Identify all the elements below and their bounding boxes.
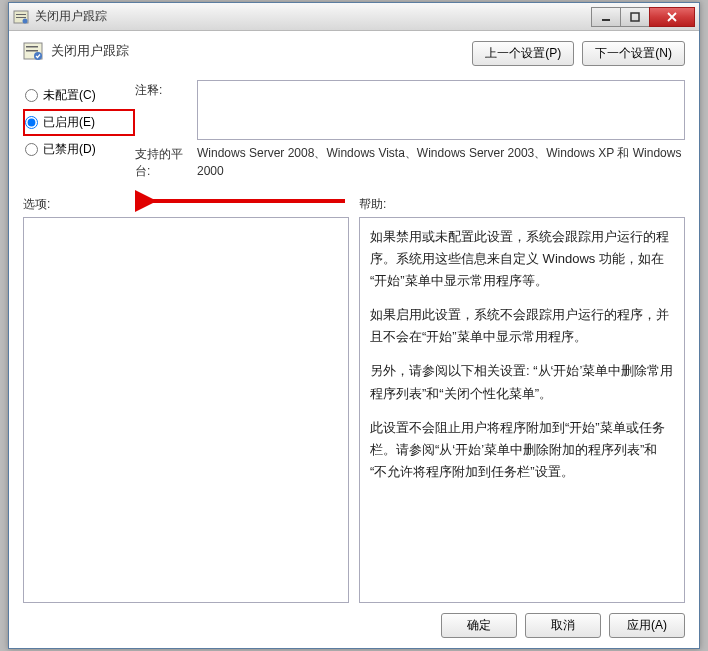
titlebar[interactable]: 关闭用户跟踪 bbox=[9, 3, 699, 31]
radio-not-configured-input[interactable] bbox=[25, 89, 38, 102]
svg-rect-7 bbox=[26, 46, 38, 48]
apply-button[interactable]: 应用(A) bbox=[609, 613, 685, 638]
next-setting-button[interactable]: 下一个设置(N) bbox=[582, 41, 685, 66]
help-label: 帮助: bbox=[359, 196, 685, 213]
options-label: 选项: bbox=[23, 196, 349, 213]
radio-disabled[interactable]: 已禁用(D) bbox=[23, 136, 135, 163]
radio-enabled-label: 已启用(E) bbox=[43, 114, 95, 131]
help-panel: 如果禁用或未配置此设置，系统会跟踪用户运行的程序。系统用这些信息来自定义 Win… bbox=[359, 217, 685, 603]
options-panel bbox=[23, 217, 349, 603]
policy-name: 关闭用户跟踪 bbox=[51, 42, 129, 60]
previous-setting-button[interactable]: 上一个设置(P) bbox=[472, 41, 574, 66]
svg-rect-1 bbox=[16, 14, 26, 15]
radio-enabled[interactable]: 已启用(E) bbox=[23, 109, 135, 136]
policy-setting-icon bbox=[23, 41, 43, 61]
window-title: 关闭用户跟踪 bbox=[35, 8, 592, 25]
radio-disabled-label: 已禁用(D) bbox=[43, 141, 96, 158]
minimize-button[interactable] bbox=[591, 7, 621, 27]
svg-rect-2 bbox=[16, 17, 26, 18]
maximize-button[interactable] bbox=[620, 7, 650, 27]
close-button[interactable] bbox=[649, 7, 695, 27]
svg-rect-5 bbox=[631, 13, 639, 21]
dialog-window: 关闭用户跟踪 关闭用户跟踪 上一个设置(P) 下一个设置(N) 未配置(C) bbox=[8, 2, 700, 649]
help-paragraph: 如果启用此设置，系统不会跟踪用户运行的程序，并且不会在“开始”菜单中显示常用程序… bbox=[370, 304, 674, 348]
radio-not-configured-label: 未配置(C) bbox=[43, 87, 96, 104]
supported-platform-label: 支持的平台: bbox=[135, 144, 197, 180]
state-radio-group: 未配置(C) 已启用(E) 已禁用(D) bbox=[23, 80, 135, 180]
comment-textarea[interactable] bbox=[197, 80, 685, 140]
svg-point-3 bbox=[23, 18, 28, 23]
help-paragraph: 另外，请参阅以下相关设置: “从‘开始’菜单中删除常用程序列表”和“关闭个性化菜… bbox=[370, 360, 674, 404]
help-paragraph: 此设置不会阻止用户将程序附加到“开始”菜单或任务栏。请参阅“从‘开始’菜单中删除… bbox=[370, 417, 674, 483]
policy-icon bbox=[13, 9, 29, 25]
svg-rect-4 bbox=[602, 19, 610, 21]
supported-platform-text: Windows Server 2008、Windows Vista、Window… bbox=[197, 144, 685, 180]
ok-button[interactable]: 确定 bbox=[441, 613, 517, 638]
svg-rect-8 bbox=[26, 50, 38, 52]
window-controls bbox=[592, 7, 695, 27]
radio-disabled-input[interactable] bbox=[25, 143, 38, 156]
radio-enabled-input[interactable] bbox=[25, 116, 38, 129]
cancel-button[interactable]: 取消 bbox=[525, 613, 601, 638]
radio-not-configured[interactable]: 未配置(C) bbox=[23, 82, 135, 109]
comment-label: 注释: bbox=[135, 80, 197, 99]
dialog-content: 关闭用户跟踪 上一个设置(P) 下一个设置(N) 未配置(C) 已启用(E) bbox=[9, 31, 699, 648]
help-paragraph: 如果禁用或未配置此设置，系统会跟踪用户运行的程序。系统用这些信息来自定义 Win… bbox=[370, 226, 674, 292]
